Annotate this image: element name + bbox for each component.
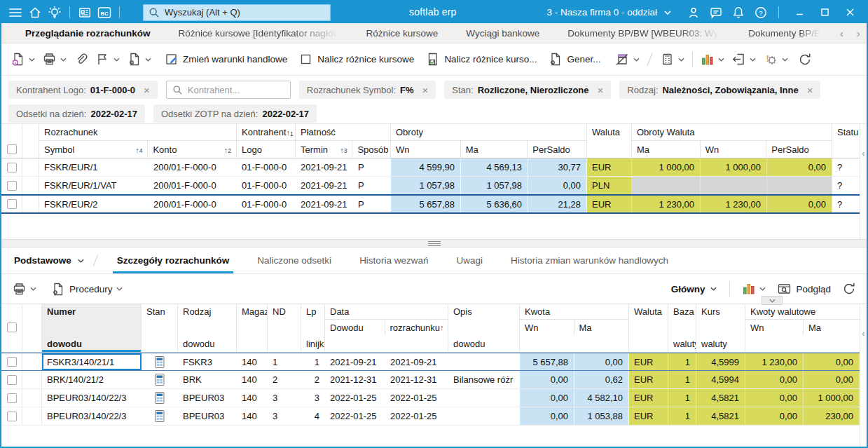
column-header-waluta-ma[interactable]: Ma [632, 141, 701, 158]
menu-button[interactable] [6, 4, 25, 22]
layout-selector[interactable]: Główny [671, 284, 717, 294]
preview-button[interactable]: Podgląd [773, 279, 834, 299]
upper-grid-column-scroll-rail[interactable]: ‹ [860, 124, 867, 239]
tab-dokumenty-bp-b[interactable]: Dokumenty BP/B [734, 23, 834, 43]
subtab-naliczone-odsetki[interactable]: Naliczone odsetki [243, 247, 345, 273]
lower-grid-column-scroll-rail[interactable]: ‹ [860, 304, 867, 447]
settlement-row[interactable]: FSKR/EUR/1/VAT 200/01-F-000-0 01-F-000-0… [1, 177, 867, 195]
column-header-kw-wn[interactable]: Wn [745, 320, 804, 335]
detail-view-selector[interactable]: Podstawowe [10, 247, 88, 273]
column-header-kw-ma[interactable]: Ma [804, 320, 860, 335]
tab-dokumenty-bp-bw-wbeur03[interactable]: Dokumenty BP/BW [WBEUR03: Wyciąg [553, 23, 734, 43]
column-header-baza-waluty[interactable]: Baza waluty [668, 304, 696, 352]
messages-button[interactable] [706, 4, 726, 22]
row-checkbox[interactable] [7, 375, 17, 385]
document-info-button[interactable] [7, 49, 39, 69]
kontrahent-search-input[interactable] [188, 85, 284, 95]
remove-filter-icon[interactable]: × [422, 85, 429, 95]
detail-print-button[interactable] [8, 279, 40, 299]
document-settings-button[interactable] [123, 49, 155, 69]
subtab-szczegoly-rozrachunkow[interactable]: Szczegóły rozrachunków [103, 247, 244, 273]
calculator-document-button[interactable] [656, 49, 688, 69]
column-header-persaldo[interactable]: PerSaldo [528, 141, 586, 158]
help-button[interactable]: ? [751, 4, 771, 22]
column-header-ma[interactable]: Ma [461, 141, 528, 158]
bc-button[interactable]: BC [95, 4, 114, 22]
remove-filter-icon[interactable]: × [144, 85, 150, 95]
column-header-termin[interactable]: Termin↑3 [296, 141, 352, 158]
row-checkbox[interactable] [7, 181, 17, 191]
maximize-button[interactable] [812, 4, 837, 22]
notifications-button[interactable] [729, 4, 748, 22]
attachments-button[interactable] [70, 49, 92, 69]
column-header-sposob[interactable]: Sposób [352, 141, 390, 158]
row-checkbox[interactable] [7, 357, 17, 367]
column-header-logo[interactable]: Logo [237, 141, 295, 158]
tab-roznice-kursowe-naglowek[interactable]: Różnice kursowe [Identyfikator nagłów [165, 23, 352, 43]
column-header-numer-dowodu[interactable]: Numer dowodu [42, 304, 142, 352]
subtab-historia-wezwan[interactable]: Historia wezwań [345, 247, 442, 273]
tab-przegladanie-rozrachunkow[interactable]: Przeglądanie rozrachunków [11, 23, 165, 43]
assistant-button[interactable] [45, 4, 64, 22]
user-button[interactable] [684, 4, 703, 22]
document-row[interactable]: BPEUR03/140/22/3 BPEUR03 140 3 3 2022-01… [1, 389, 867, 407]
column-header-kwota-ma[interactable]: Ma [574, 320, 629, 335]
calc-exchange-diff-short-button[interactable]: Nalicz różnice kurso... [422, 49, 540, 69]
news-button[interactable] [75, 4, 95, 22]
column-header-konto[interactable]: Konto↑2 [148, 141, 236, 158]
row-checkbox[interactable] [7, 163, 17, 172]
tab-wyciagi-bankowe[interactable]: Wyciągi bankowe [452, 23, 553, 43]
home-button[interactable] [25, 4, 45, 22]
refresh-button[interactable] [794, 50, 815, 69]
remove-filter-icon[interactable]: × [807, 85, 813, 95]
subtab-historia-zmian[interactable]: Historia zmian warunków handlowych [497, 247, 682, 273]
column-header-nd[interactable]: ND [268, 304, 301, 352]
flag-button[interactable] [92, 49, 123, 69]
procedures-button[interactable]: Procedury [47, 279, 126, 299]
change-trade-terms-button[interactable]: Zmień warunki handlowe [160, 49, 291, 69]
settlement-row[interactable]: FSKR/EUR/1 200/01-F-000-0 01-F-000-0 202… [1, 158, 867, 177]
column-group-kontrahent[interactable]: Kontrahent↑1 [237, 124, 295, 141]
document-row[interactable]: BRK/140/21/2 BRK 140 2 2 2021-12-31 2021… [1, 371, 867, 389]
detail-overflow-button[interactable] [762, 296, 783, 305]
filter-chip-odsetki[interactable]: Odsetki na dzień: 2022-02-17 [8, 104, 145, 123]
tabs-scroll-left-button[interactable]: ‹ [834, 23, 849, 43]
column-header-kwota-wn[interactable]: Wn [520, 320, 574, 335]
pane-splitter[interactable] [1, 239, 867, 247]
filter-chip-odsetki-zotp[interactable]: Odsetki ZOTP na dzień: 2022-02-17 [153, 104, 317, 123]
close-button[interactable] [837, 4, 862, 22]
filter-chip-symbol[interactable]: Rozrachunek Symbol: F% × [299, 81, 436, 99]
column-header-magazyn[interactable]: Magaz [237, 304, 268, 352]
subtab-uwagi[interactable]: Uwagi [442, 247, 497, 273]
column-header-waluta[interactable]: Waluta [587, 124, 631, 158]
kontrahent-search[interactable] [166, 81, 291, 99]
remove-filter-icon[interactable]: × [598, 85, 604, 95]
document-row[interactable]: BPEUR03/140/22/3 BPEUR03 140 3 4 2022-01… [1, 407, 867, 426]
settings-warning-button[interactable]: ! [759, 49, 792, 69]
minimize-button[interactable] [787, 4, 812, 22]
column-header-waluta[interactable]: Waluta [629, 304, 668, 352]
generate-button[interactable]: Gener... [544, 49, 604, 69]
column-header-waluta-wn[interactable]: Wn [701, 141, 767, 158]
print-button[interactable] [39, 49, 70, 69]
row-checkbox[interactable] [7, 393, 17, 403]
column-header-status[interactable]: Statu [832, 124, 860, 158]
global-search-input[interactable] [165, 7, 325, 18]
filter-chip-kontrahent[interactable]: Kontrahent Logo: 01-F-000-0 × [8, 81, 158, 99]
settlement-row-selected[interactable]: FSKR/EUR/2 200/01-F-000-0 01-F-000-0 202… [1, 194, 867, 214]
row-checkbox[interactable] [7, 199, 17, 209]
column-header-data-dowodu[interactable]: Dowodu [325, 320, 385, 335]
global-search[interactable] [143, 4, 331, 21]
filter-chip-stan[interactable]: Stan: Rozliczone, Nierozliczone × [444, 81, 611, 99]
exit-button[interactable] [728, 49, 759, 69]
company-selector[interactable]: 3 - Nasza firma 0 - oddział [546, 7, 671, 18]
column-header-stan[interactable]: Stan [142, 304, 178, 352]
column-header-wn[interactable]: Wn [391, 141, 461, 158]
column-header-kurs-waluty[interactable]: Kurs waluty [696, 304, 745, 352]
send-disabled-button[interactable] [611, 49, 643, 69]
column-header-waluta-persaldo[interactable]: PerSaldo [766, 141, 832, 158]
column-header-data-rozrachunku[interactable]: rozrachunku↑ [385, 320, 448, 335]
tabs-scroll-right-button[interactable]: › [850, 23, 866, 43]
detail-refresh-button[interactable] [839, 279, 860, 299]
row-checkbox[interactable] [7, 412, 17, 421]
